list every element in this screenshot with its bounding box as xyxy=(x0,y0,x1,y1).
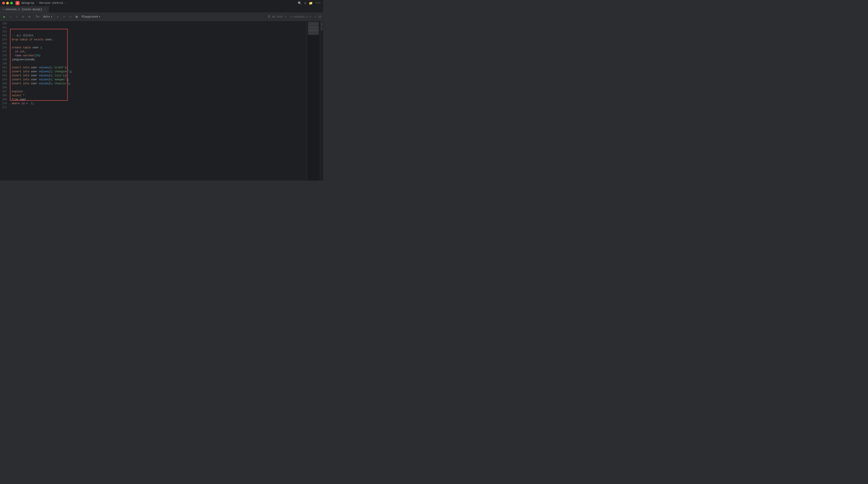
redo-button[interactable]: ↪ xyxy=(68,14,73,20)
code-line-170: where id = 1 ; xyxy=(12,102,305,105)
tabbar: ⌨ console_1 [local-mysql] × xyxy=(0,6,323,13)
code-line-166 xyxy=(12,86,305,90)
app-name[interactable]: datagrip xyxy=(21,2,34,5)
toolbar: ▶ ▷ ⊙ ⚙ ⊞ Tx: Auto ▾ ✓ ↩ ↪ ⏹ Playground … xyxy=(0,13,323,21)
code-content[interactable]: -- ALL 类型测试 drop table if exists user ; … xyxy=(10,21,307,181)
code-line-153: -- ALL 类型测试 xyxy=(12,34,305,38)
db-chevron: ▾ xyxy=(285,15,286,19)
version-control-menu[interactable]: Version control xyxy=(39,2,63,5)
code-line-156: create table user ( xyxy=(12,46,305,50)
tx-mode-chevron: ▾ xyxy=(51,15,52,19)
toolbar-right: 🗄 db_test ▾ ⌨ console_1 ▾ ✓ 13 xyxy=(268,15,321,19)
code-line-162: insert into user values ( 2 , 'zhangsan'… xyxy=(12,70,305,74)
search-icon[interactable]: 🔍 xyxy=(298,1,302,5)
toolbar-separator-1 xyxy=(34,14,34,19)
grid-button[interactable]: ⊞ xyxy=(27,14,32,20)
checkmark-icon: ✓ xyxy=(315,15,316,19)
tx-label: Tx: xyxy=(36,15,41,19)
schema-chevron: ▾ xyxy=(310,15,311,19)
check-button[interactable]: ✓ xyxy=(55,14,61,20)
tab-console1[interactable]: ⌨ console_1 [local-mysql] × xyxy=(0,6,49,13)
tab-icon: ⌨ xyxy=(3,8,4,11)
run-context-button[interactable]: ⊙ xyxy=(14,14,20,20)
version-control-chevron: ▾ xyxy=(65,2,66,4)
tx-mode-value: Auto xyxy=(43,15,50,19)
minimize-button[interactable] xyxy=(6,2,9,4)
right-scrollbar[interactable] xyxy=(320,21,323,181)
code-line-154: drop table if exists user ; xyxy=(12,38,305,42)
more-icon[interactable]: ••• xyxy=(315,1,321,5)
traffic-lights xyxy=(2,2,13,4)
maximize-button[interactable] xyxy=(10,2,13,4)
code-line-158: name varchar ( 20 ) xyxy=(12,54,305,58)
run-debug-button[interactable]: ▷ xyxy=(8,14,13,20)
playground-label: Playground xyxy=(82,15,98,19)
tab-close-button[interactable]: × xyxy=(44,8,46,11)
run-button[interactable]: ▶ xyxy=(2,14,7,20)
code-line-164: insert into user values ( 4 , 'wangwu' )… xyxy=(12,77,305,82)
code-line-163: insert into user values ( 3 , 'lisi' ); xyxy=(12,74,305,77)
settings-icon[interactable]: ⚙ xyxy=(304,1,306,5)
playground-dropdown[interactable]: Playground ▾ xyxy=(80,14,102,19)
minimap xyxy=(307,21,320,181)
tx-mode-dropdown[interactable]: Auto ▾ xyxy=(41,14,54,19)
line-numbers: 150 151 152 153 154 155 156 157 158 159 … xyxy=(0,21,10,181)
app-icon: D xyxy=(16,1,20,5)
code-line-169: from user xyxy=(12,98,305,102)
folder-icon[interactable]: 📁 xyxy=(309,1,313,5)
code-line-152 xyxy=(12,30,305,34)
close-button[interactable] xyxy=(2,2,5,4)
undo-button[interactable]: ↩ xyxy=(61,14,67,20)
titlebar: D datagrip › Version control ▾ 🔍 ⚙ 📁 ••• xyxy=(0,0,323,6)
code-line-150 xyxy=(12,22,305,26)
schema-name[interactable]: console_1 xyxy=(293,15,308,19)
db-name[interactable]: db_test xyxy=(272,15,283,19)
code-line-155 xyxy=(12,42,305,46)
code-editor[interactable]: 150 151 152 153 154 155 156 157 158 159 … xyxy=(0,21,323,181)
count-label: 13 xyxy=(318,15,321,19)
code-line-165: insert into user values ( 5 , 'zhaoliu' … xyxy=(12,82,305,86)
tab-label: console_1 [local-mysql] xyxy=(5,8,42,11)
code-line-159: ) engine = innodb ; xyxy=(12,58,305,62)
code-line-168: select * xyxy=(12,94,305,98)
code-line-161: insert into user values ( 1 , 'ar414' ); xyxy=(12,66,305,70)
schema-icon: ⌨ xyxy=(290,15,292,18)
titlebar-right: 🔍 ⚙ 📁 ••• xyxy=(298,1,321,5)
stop-button[interactable]: ⏹ xyxy=(74,14,79,20)
code-line-157: id int , xyxy=(12,50,305,54)
code-line-151 xyxy=(12,26,305,30)
playground-chevron: ▾ xyxy=(99,15,100,19)
db-icon: 🗄 xyxy=(268,15,270,18)
code-line-160 xyxy=(12,62,305,66)
code-line-171 xyxy=(12,105,305,109)
settings-button[interactable]: ⚙ xyxy=(21,14,26,20)
code-line-167: explain xyxy=(12,90,305,94)
editor-area: 150 151 152 153 154 155 156 157 158 159 … xyxy=(0,21,323,181)
